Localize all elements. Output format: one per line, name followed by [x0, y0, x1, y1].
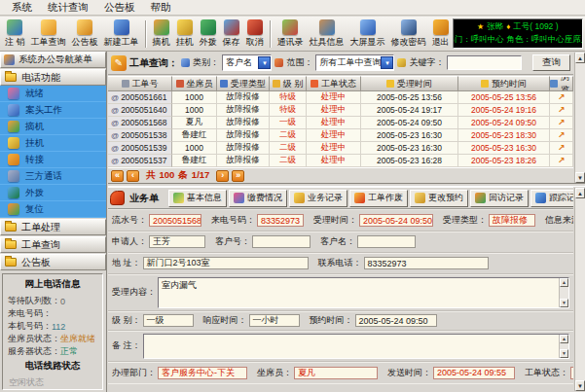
column-appoint-time[interactable]: 预约时间 [458, 76, 550, 91]
cell-browse[interactable] [550, 155, 573, 167]
column-level[interactable]: 级 别 [270, 76, 307, 91]
caller-field[interactable]: 83352973 [257, 214, 304, 227]
table-row[interactable]: 2005051538 鲁建红 故障报修 二级 处理中 2005-05-23 16… [108, 129, 573, 142]
table-scrollbar[interactable] [574, 53, 585, 183]
order-search-button[interactable]: 工单查询 [28, 18, 69, 50]
detail-scrollbar[interactable] [574, 188, 585, 391]
applicant-field[interactable]: 王芳 [149, 235, 205, 248]
scroll-up-icon[interactable] [560, 335, 568, 343]
sidebar-item-transfer[interactable]: 转接 [0, 152, 106, 168]
sidebar-item-hangup[interactable]: 挂机 [0, 135, 106, 152]
menu-stat-query[interactable]: 统计查询 [40, 1, 96, 15]
change-password-button[interactable]: 修改密码 [388, 18, 429, 50]
sidebar-group-phone[interactable]: 电话功能 [0, 69, 106, 86]
sidebar-item-offhook[interactable]: 摘机 [0, 119, 106, 135]
table-row[interactable]: 2005051539 1000 故障报修 二级 处理中 2005-05-23 1… [108, 142, 573, 155]
menu-system[interactable]: 系统 [4, 1, 40, 15]
tab-business-record[interactable]: 业务记录 [289, 190, 347, 207]
save-button[interactable]: 保存 [220, 18, 243, 50]
scroll-up-icon[interactable] [575, 188, 585, 198]
sidebar-item-dial-out[interactable]: 外拨 [0, 185, 106, 201]
dept-field[interactable]: 客户服务中心-下关 [158, 367, 247, 379]
cell-browse[interactable] [550, 129, 573, 142]
prev-page-button[interactable] [127, 170, 139, 182]
sidebar-item-desk-work[interactable]: 案头工作 [0, 102, 106, 119]
table-row[interactable]: 2005051661 1000 故障报修 特级 处理中 2005-05-25 1… [108, 91, 573, 104]
scroll-down-icon[interactable] [575, 172, 585, 183]
menu-bulletin[interactable]: 公告板 [96, 1, 143, 15]
open-order-icon[interactable] [558, 143, 566, 153]
cell-browse[interactable] [550, 117, 573, 129]
level-field[interactable]: 一级 [143, 314, 194, 327]
hangup-button[interactable]: 挂机 [173, 18, 197, 50]
bulletin-board-button[interactable]: 公告板 [69, 18, 101, 50]
response-field[interactable]: 一小时 [249, 314, 300, 327]
scroll-up-icon[interactable] [575, 53, 585, 63]
open-order-icon[interactable] [558, 92, 566, 102]
contacts-button[interactable]: 通讯录 [274, 18, 307, 50]
cell-browse[interactable] [550, 104, 573, 117]
note-textarea[interactable] [143, 334, 569, 359]
new-order-button[interactable]: 新建工单 [101, 18, 142, 50]
tab-tracking-record[interactable]: 跟踪记录 [530, 190, 573, 207]
contact-field[interactable]: 83352973 [364, 257, 489, 269]
cell-browse[interactable] [550, 91, 573, 104]
appoint-field[interactable]: 2005-05-24 09:50 [355, 314, 437, 327]
customer-name-field[interactable] [357, 235, 416, 248]
column-accept-time[interactable]: 受理时间 [361, 76, 458, 91]
category-select[interactable]: 客户名 [222, 54, 272, 71]
table-row[interactable]: 2005051568 夏凡 故障报修 一级 处理中 2005-05-24 09:… [108, 117, 573, 129]
column-accept-type[interactable]: 受理类型 [217, 76, 270, 91]
sidebar-group-order-query[interactable]: 工单查询 [0, 236, 106, 253]
open-order-icon[interactable] [558, 118, 566, 127]
exit-button[interactable]: 退出 [429, 18, 453, 50]
column-order-no[interactable]: 工单号 [108, 76, 172, 91]
chevron-down-icon[interactable] [381, 56, 393, 69]
tab-basic-info[interactable]: 基本信息 [168, 190, 227, 207]
status-field[interactable]: 处理中 [570, 367, 573, 379]
chevron-down-icon[interactable] [258, 56, 271, 69]
sidebar-group-bulletin[interactable]: 公告板 [0, 254, 106, 270]
column-browse[interactable]: 浏览 [550, 76, 573, 91]
sidebar-item-reset[interactable]: 复位 [0, 201, 106, 218]
table-row[interactable]: 2005051640 1000 故障报修 特级 处理中 2005-05-24 1… [108, 104, 573, 117]
textarea-scrollbar[interactable] [559, 335, 568, 358]
open-order-icon[interactable] [558, 156, 566, 165]
dial-out-button[interactable]: 外拨 [197, 18, 220, 50]
open-order-icon[interactable] [558, 130, 566, 140]
logout-button[interactable]: 注 销 [2, 18, 28, 50]
last-page-button[interactable] [232, 170, 244, 182]
cell-browse[interactable] [550, 142, 573, 155]
scope-select[interactable]: 所有工单中查询 [315, 54, 394, 71]
sidebar-group-order-process[interactable]: 工单处理 [0, 219, 106, 235]
sidebar-item-three-way-call[interactable]: 三方通话 [0, 168, 106, 185]
next-page-button[interactable] [216, 170, 229, 182]
column-agent[interactable]: 坐席员 [172, 76, 217, 91]
search-button[interactable]: 查询 [532, 54, 570, 71]
first-page-button[interactable] [111, 170, 124, 182]
stove-info-button[interactable]: 灶具信息 [307, 18, 347, 50]
scroll-down-icon[interactable] [575, 380, 585, 391]
offhook-button[interactable]: 摘机 [150, 18, 173, 50]
scroll-down-icon[interactable] [560, 299, 568, 307]
customer-no-field[interactable] [252, 235, 311, 248]
accept-time-field[interactable]: 2005-05-24 09:50 [359, 214, 433, 227]
tab-change-appointment[interactable]: 更改预约 [410, 190, 468, 207]
menu-help[interactable]: 帮助 [143, 1, 179, 15]
big-screen-button[interactable]: 大屏显示 [347, 18, 388, 50]
scroll-down-icon[interactable] [560, 349, 568, 358]
tab-void-order[interactable]: 工单作废 [349, 190, 408, 207]
address-field[interactable]: 新门口2号103室 [143, 257, 309, 269]
agent-field[interactable]: 夏凡 [294, 367, 378, 379]
scroll-up-icon[interactable] [560, 278, 568, 287]
sidebar-item-ready[interactable]: 就绪 [0, 86, 106, 102]
keyword-input[interactable] [447, 55, 521, 70]
tab-payment-status[interactable]: 缴费情况 [229, 190, 287, 207]
content-textarea[interactable]: 室内漏气 [158, 277, 569, 308]
column-status[interactable]: 工单状态 [307, 76, 361, 91]
table-row[interactable]: 2005051537 鲁建红 故障报修 二级 处理中 2005-05-23 16… [108, 155, 573, 167]
cancel-button[interactable]: 取消 [243, 18, 267, 50]
tab-callback-record[interactable]: 回访记录 [470, 190, 529, 207]
open-order-icon[interactable] [558, 105, 566, 115]
serial-field[interactable]: 2005051568 [149, 214, 201, 227]
